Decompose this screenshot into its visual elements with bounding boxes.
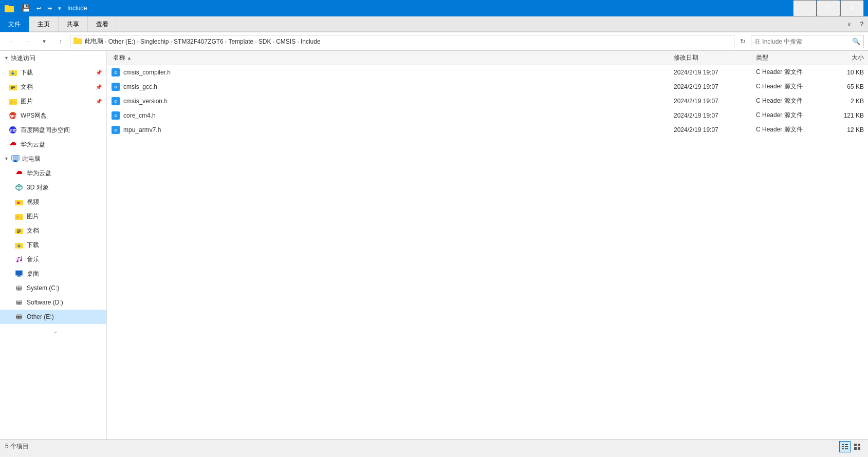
tab-share[interactable]: 共享 [59,16,88,32]
file-type-3: C Header 源文件 [756,111,823,120]
pictures-icon [14,212,24,221]
sidebar-item-pictures[interactable]: 图片 [0,209,106,223]
huawei-cloud-icon [8,140,17,149]
back-button[interactable]: ← [4,34,19,49]
breadcrumb-thispc[interactable]: 此电脑 [85,37,103,46]
sidebar-item-c-label: System (C:) [27,284,59,292]
table-row[interactable]: c cmsis_version.h 2024/2/19 19:07 C Head… [107,94,868,108]
svg-text:E:: E: [18,316,21,319]
c-header-icon: c [112,111,120,120]
file-date-0: 2024/2/19 19:07 [674,69,756,76]
file-size-2: 2 KB [823,98,864,105]
file-name-1: cmsis_gcc.h [123,83,674,90]
svg-rect-5 [73,39,82,44]
svg-rect-20 [13,161,17,162]
status-count: 5 个项目 [5,442,29,451]
breadcrumb-singlechip[interactable]: Singlechip [140,38,169,45]
quickaccess-undo-btn[interactable]: ↩ [34,4,43,13]
huawei-pc-icon [14,168,24,178]
sidebar-item-baidu-label: 百度网盘同步空间 [21,126,70,135]
svg-rect-62 [854,447,857,450]
col-date[interactable]: 修改日期 [674,53,756,62]
file-date-2: 2024/2/19 19:07 [674,98,756,105]
breadcrumb-sdk[interactable]: SDK [258,38,271,45]
minimize-button[interactable]: — [793,0,817,16]
forward-button[interactable]: → [21,34,35,49]
svg-text:D:: D: [18,301,21,304]
sidebar-item-pics[interactable]: 图片 📌 [0,94,106,108]
svg-rect-37 [18,275,20,276]
sidebar-item-documents[interactable]: 文档 [0,223,106,238]
tab-view[interactable]: 查看 [88,16,117,32]
view-large-btn[interactable] [852,441,863,452]
table-row[interactable]: c cmsis_compiler.h 2024/2/19 19:07 C Hea… [107,65,868,80]
table-row[interactable]: c mpu_armv7.h 2024/2/19 19:07 C Header 源… [107,123,868,137]
file-size-4: 12 KB [823,126,864,134]
col-name[interactable]: 名称 ▲ [111,53,674,62]
sidebar-thispc-header[interactable]: ▼ 此电脑 [0,151,106,166]
sidebar-item-d[interactable]: D: Software (D:) [0,295,106,310]
breadcrumb-cmsis[interactable]: CMSIS [276,38,296,45]
sidebar-item-e-label: Other (E:) [27,313,54,320]
view-detail-btn[interactable] [839,441,851,452]
quickaccess-redo-btn[interactable]: ↪ [45,4,54,13]
table-row[interactable]: c cmsis_gcc.h 2024/2/19 19:07 C Header 源… [107,80,868,94]
sidebar-item-docs-label: 文档 [21,83,33,91]
table-row[interactable]: c core_cm4.h 2024/2/19 19:07 C Header 源文… [107,108,868,123]
tab-home[interactable]: 主页 [29,16,59,32]
sidebar-item-huawei-cloud[interactable]: 华为云盘 [0,137,106,151]
sidebar-item-music[interactable]: 音乐 [0,252,106,266]
tab-file[interactable]: 文件 [0,16,29,32]
search-input[interactable] [751,38,849,45]
svg-rect-38 [17,276,21,277]
svg-rect-9 [11,87,15,88]
sidebar-item-3d[interactable]: 3D 对象 [0,180,106,195]
breadcrumb-stm32[interactable]: STM32F407ZGT6 [174,38,224,45]
up-button[interactable]: ↑ [53,34,68,49]
sidebar-item-wps[interactable]: WPS WPS网盘 [0,108,106,123]
quickaccess-save-btn[interactable]: 💾 [20,3,32,13]
chevron-thispc-icon: ▼ [4,156,9,161]
recent-locations-button[interactable]: ▼ [37,34,51,49]
baidu-icon: 百度 [8,125,17,135]
refresh-button[interactable]: ↻ [736,35,749,48]
breadcrumb-include[interactable]: Include [301,38,321,45]
file-icon-3: c [111,111,120,120]
breadcrumb-other-e[interactable]: Other (E:) [108,38,136,45]
file-date-1: 2024/2/19 19:07 [674,83,756,90]
title-bar-left: 💾 ↩ ↪ ▾ [4,3,63,13]
desktop-icon [14,269,24,278]
ribbon-expand-btn[interactable]: ∨ [843,16,856,31]
sidebar-quickaccess-header[interactable]: ▼ 快速访问 [0,51,106,65]
pin-icon-docs: 📌 [95,83,102,90]
maximize-button[interactable]: ☐ [817,0,840,16]
sidebar-item-desktop[interactable]: 桌面 [0,266,106,281]
sidebar-item-c[interactable]: C: System (C:) [0,281,106,295]
col-type[interactable]: 类型 [756,53,823,62]
file-type-0: C Header 源文件 [756,68,823,77]
svg-point-34 [20,259,22,261]
col-size[interactable]: 大小 [823,53,864,62]
quickaccess-dropdown-btn[interactable]: ▾ [56,4,63,13]
sidebar-item-baidu[interactable]: 百度 百度网盘同步空间 [0,123,106,137]
close-button[interactable]: ✕ [840,0,864,16]
breadcrumb-folder-icon [73,37,82,46]
breadcrumb-template[interactable]: Template [228,38,253,45]
sidebar-item-huawei-pc[interactable]: 华为云盘 [0,166,106,180]
file-name-0: cmsis_compiler.h [123,69,674,76]
sidebar-item-videos[interactable]: 视频 [0,195,106,209]
sidebar-item-download[interactable]: 下载 📌 [0,65,106,80]
sidebar-item-huawei-pc-label: 华为云盘 [27,169,51,178]
ribbon-help-btn[interactable]: ? [856,16,868,31]
sidebar-item-docs[interactable]: 文档 📌 [0,80,106,94]
chevron-down-icon: ⌄ [53,328,58,335]
svg-rect-10 [11,88,13,89]
svg-rect-61 [858,444,860,446]
search-icon[interactable]: 🔍 [849,37,863,45]
ribbon: 文件 主页 共享 查看 ∨ ? [0,16,868,32]
search-box: 🔍 [751,35,864,48]
sidebar-item-downloads[interactable]: 下载 [0,238,106,252]
sidebar-item-e[interactable]: E: Other (E:) [0,310,106,324]
svg-rect-19 [14,160,16,161]
window-controls: — ☐ ✕ [793,0,864,16]
